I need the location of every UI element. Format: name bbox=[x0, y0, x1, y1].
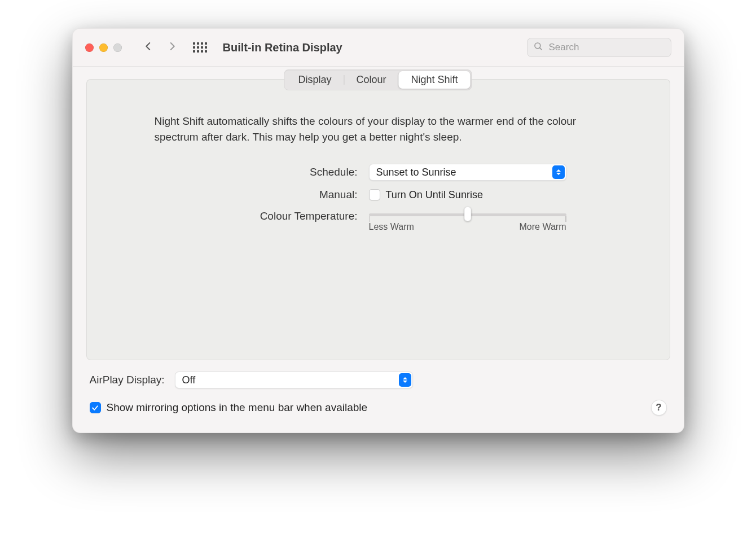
nav-arrows bbox=[143, 40, 177, 55]
footer: AirPlay Display: Off Show mirroring opti… bbox=[73, 360, 684, 432]
tab-label: Night Shift bbox=[411, 74, 458, 85]
schedule-label: Schedule: bbox=[155, 166, 369, 178]
help-icon-label: ? bbox=[656, 402, 661, 413]
help-button[interactable]: ? bbox=[651, 400, 667, 416]
tab-colour[interactable]: Colour bbox=[344, 71, 398, 89]
show-all-prefs-button[interactable] bbox=[193, 42, 207, 53]
dropdown-stepper-icon bbox=[399, 373, 411, 387]
svg-line-1 bbox=[539, 47, 542, 50]
toolbar: Built-in Retina Display bbox=[73, 29, 684, 67]
tab-display[interactable]: Display bbox=[285, 71, 344, 89]
tab-bar: Display Colour Night Shift bbox=[284, 69, 472, 90]
manual-label: Manual: bbox=[155, 189, 369, 201]
slider-max-label: More Warm bbox=[520, 222, 566, 232]
manual-checkbox-label: Turn On Until Sunrise bbox=[386, 189, 483, 201]
slider-min-label: Less Warm bbox=[369, 222, 414, 232]
manual-checkbox[interactable] bbox=[369, 189, 380, 200]
tab-label: Display bbox=[298, 74, 331, 85]
preferences-window: Built-in Retina Display Display Colour N… bbox=[72, 28, 684, 433]
airplay-value: Off bbox=[182, 374, 196, 386]
back-button[interactable] bbox=[143, 40, 153, 55]
schedule-dropdown[interactable]: Sunset to Sunrise bbox=[369, 164, 566, 181]
minimize-window-button[interactable] bbox=[99, 43, 108, 52]
close-window-button[interactable] bbox=[85, 43, 94, 52]
dropdown-stepper-icon bbox=[552, 165, 565, 179]
window-controls bbox=[85, 43, 122, 52]
tab-label: Colour bbox=[356, 74, 386, 85]
zoom-window-button[interactable] bbox=[113, 43, 122, 52]
tab-night-shift[interactable]: Night Shift bbox=[399, 71, 471, 89]
colour-temperature-label: Colour Temperature: bbox=[155, 209, 369, 222]
airplay-dropdown[interactable]: Off bbox=[175, 372, 413, 388]
night-shift-description: Night Shift automatically shifts the col… bbox=[155, 113, 602, 145]
window-title: Built-in Retina Display bbox=[223, 41, 342, 54]
search-input[interactable] bbox=[548, 41, 665, 54]
mirroring-checkbox[interactable] bbox=[90, 402, 101, 413]
schedule-value: Sunset to Sunrise bbox=[376, 167, 456, 178]
search-field[interactable] bbox=[527, 38, 671, 57]
mirroring-checkbox-label: Show mirroring options in the menu bar w… bbox=[107, 401, 368, 414]
search-icon bbox=[533, 41, 543, 54]
forward-button[interactable] bbox=[167, 40, 177, 55]
airplay-label: AirPlay Display: bbox=[90, 374, 165, 386]
slider-knob[interactable] bbox=[464, 207, 471, 221]
colour-temperature-slider[interactable]: Less Warm More Warm bbox=[369, 209, 566, 232]
settings-pane: Display Colour Night Shift Night Shift a… bbox=[86, 79, 670, 360]
